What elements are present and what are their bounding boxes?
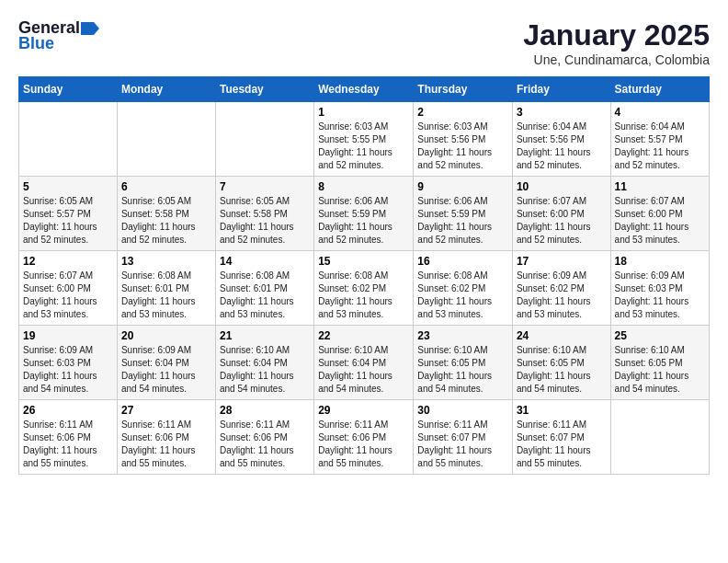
logo: General Blue <box>18 18 100 53</box>
day-info: Sunrise: 6:05 AMSunset: 5:57 PMDaylight:… <box>23 195 113 247</box>
day-number: 15 <box>318 255 409 268</box>
day-number: 3 <box>517 106 607 119</box>
cell-week2-day3: 8Sunrise: 6:06 AMSunset: 5:59 PMDaylight… <box>314 177 414 251</box>
day-info: Sunrise: 6:08 AMSunset: 6:01 PMDaylight:… <box>121 270 211 321</box>
day-number: 18 <box>615 255 705 268</box>
day-number: 29 <box>318 404 409 417</box>
month-title: January 2025 <box>523 18 710 52</box>
header-friday: Friday <box>512 77 610 102</box>
day-info: Sunrise: 6:09 AMSunset: 6:03 PMDaylight:… <box>615 270 705 321</box>
day-info: Sunrise: 6:11 AMSunset: 6:06 PMDaylight:… <box>23 419 113 470</box>
cell-week5-day1: 27Sunrise: 6:11 AMSunset: 6:06 PMDayligh… <box>117 400 215 475</box>
day-info: Sunrise: 6:11 AMSunset: 6:07 PMDaylight:… <box>517 419 607 470</box>
day-info: Sunrise: 6:07 AMSunset: 6:00 PMDaylight:… <box>615 195 705 247</box>
day-number: 28 <box>220 404 310 417</box>
cell-week5-day0: 26Sunrise: 6:11 AMSunset: 6:06 PMDayligh… <box>19 400 118 475</box>
day-number: 8 <box>318 180 409 193</box>
day-info: Sunrise: 6:09 AMSunset: 6:03 PMDaylight:… <box>23 344 113 396</box>
cell-week5-day6 <box>610 400 709 475</box>
header-thursday: Thursday <box>414 77 513 102</box>
cell-week5-day5: 31Sunrise: 6:11 AMSunset: 6:07 PMDayligh… <box>512 400 610 475</box>
day-info: Sunrise: 6:08 AMSunset: 6:02 PMDaylight:… <box>318 270 409 321</box>
cell-week3-day1: 13Sunrise: 6:08 AMSunset: 6:01 PMDayligh… <box>117 251 215 326</box>
day-number: 31 <box>517 404 607 417</box>
day-number: 1 <box>318 106 409 119</box>
logo-icon <box>81 22 99 35</box>
calendar-table: Sunday Monday Tuesday Wednesday Thursday… <box>18 76 710 475</box>
cell-week1-day4: 2Sunrise: 6:03 AMSunset: 5:56 PMDaylight… <box>414 102 513 177</box>
cell-week2-day2: 7Sunrise: 6:05 AMSunset: 5:58 PMDaylight… <box>216 177 314 251</box>
day-info: Sunrise: 6:04 AMSunset: 5:56 PMDaylight:… <box>517 121 607 172</box>
day-number: 14 <box>220 255 310 268</box>
cell-week1-day3: 1Sunrise: 6:03 AMSunset: 5:55 PMDaylight… <box>314 102 414 177</box>
cell-week1-day0 <box>19 102 118 177</box>
day-info: Sunrise: 6:08 AMSunset: 6:02 PMDaylight:… <box>417 270 508 321</box>
day-number: 11 <box>615 180 705 193</box>
day-info: Sunrise: 6:09 AMSunset: 6:04 PMDaylight:… <box>121 344 211 396</box>
cell-week4-day2: 21Sunrise: 6:10 AMSunset: 6:04 PMDayligh… <box>216 326 314 400</box>
day-number: 26 <box>23 404 113 417</box>
cell-week3-day4: 16Sunrise: 6:08 AMSunset: 6:02 PMDayligh… <box>414 251 513 326</box>
day-number: 23 <box>417 329 508 342</box>
header-sunday: Sunday <box>19 77 118 102</box>
day-number: 19 <box>23 329 113 342</box>
cell-week5-day2: 28Sunrise: 6:11 AMSunset: 6:06 PMDayligh… <box>216 400 314 475</box>
day-info: Sunrise: 6:03 AMSunset: 5:56 PMDaylight:… <box>417 121 508 172</box>
day-info: Sunrise: 6:05 AMSunset: 5:58 PMDaylight:… <box>121 195 211 247</box>
day-info: Sunrise: 6:06 AMSunset: 5:59 PMDaylight:… <box>318 195 409 247</box>
day-number: 22 <box>318 329 409 342</box>
day-info: Sunrise: 6:08 AMSunset: 6:01 PMDaylight:… <box>220 270 310 321</box>
day-info: Sunrise: 6:10 AMSunset: 6:05 PMDaylight:… <box>417 344 508 396</box>
day-info: Sunrise: 6:09 AMSunset: 6:02 PMDaylight:… <box>517 270 607 321</box>
cell-week5-day4: 30Sunrise: 6:11 AMSunset: 6:07 PMDayligh… <box>414 400 513 475</box>
cell-week3-day5: 17Sunrise: 6:09 AMSunset: 6:02 PMDayligh… <box>512 251 610 326</box>
day-info: Sunrise: 6:10 AMSunset: 6:05 PMDaylight:… <box>615 344 705 396</box>
day-number: 2 <box>417 106 508 119</box>
week-row-2: 5Sunrise: 6:05 AMSunset: 5:57 PMDaylight… <box>19 177 710 251</box>
day-info: Sunrise: 6:06 AMSunset: 5:59 PMDaylight:… <box>417 195 508 247</box>
header-monday: Monday <box>117 77 215 102</box>
day-info: Sunrise: 6:04 AMSunset: 5:57 PMDaylight:… <box>615 121 705 172</box>
cell-week2-day0: 5Sunrise: 6:05 AMSunset: 5:57 PMDaylight… <box>19 177 118 251</box>
day-info: Sunrise: 6:10 AMSunset: 6:05 PMDaylight:… <box>517 344 607 396</box>
header-wednesday: Wednesday <box>314 77 414 102</box>
cell-week4-day1: 20Sunrise: 6:09 AMSunset: 6:04 PMDayligh… <box>117 326 215 400</box>
day-number: 7 <box>220 180 310 193</box>
day-number: 5 <box>23 180 113 193</box>
cell-week1-day5: 3Sunrise: 6:04 AMSunset: 5:56 PMDaylight… <box>512 102 610 177</box>
day-number: 16 <box>417 255 508 268</box>
cell-week2-day6: 11Sunrise: 6:07 AMSunset: 6:00 PMDayligh… <box>610 177 709 251</box>
day-number: 9 <box>417 180 508 193</box>
day-info: Sunrise: 6:11 AMSunset: 6:06 PMDaylight:… <box>121 419 211 470</box>
cell-week4-day3: 22Sunrise: 6:10 AMSunset: 6:04 PMDayligh… <box>314 326 414 400</box>
day-number: 13 <box>121 255 211 268</box>
cell-week5-day3: 29Sunrise: 6:11 AMSunset: 6:06 PMDayligh… <box>314 400 414 475</box>
cell-week4-day5: 24Sunrise: 6:10 AMSunset: 6:05 PMDayligh… <box>512 326 610 400</box>
day-number: 27 <box>121 404 211 417</box>
day-info: Sunrise: 6:07 AMSunset: 6:00 PMDaylight:… <box>517 195 607 247</box>
day-info: Sunrise: 6:10 AMSunset: 6:04 PMDaylight:… <box>220 344 310 396</box>
cell-week1-day2 <box>216 102 314 177</box>
weekday-header-row: Sunday Monday Tuesday Wednesday Thursday… <box>19 77 710 102</box>
day-number: 6 <box>121 180 211 193</box>
day-number: 21 <box>220 329 310 342</box>
day-info: Sunrise: 6:05 AMSunset: 5:58 PMDaylight:… <box>220 195 310 247</box>
cell-week4-day6: 25Sunrise: 6:10 AMSunset: 6:05 PMDayligh… <box>610 326 709 400</box>
location: Une, Cundinamarca, Colombia <box>523 52 710 67</box>
day-info: Sunrise: 6:10 AMSunset: 6:04 PMDaylight:… <box>318 344 409 396</box>
logo-blue-text: Blue <box>18 34 54 53</box>
day-number: 12 <box>23 255 113 268</box>
cell-week3-day6: 18Sunrise: 6:09 AMSunset: 6:03 PMDayligh… <box>610 251 709 326</box>
day-info: Sunrise: 6:11 AMSunset: 6:07 PMDaylight:… <box>417 419 508 470</box>
week-row-3: 12Sunrise: 6:07 AMSunset: 6:00 PMDayligh… <box>19 251 710 326</box>
day-info: Sunrise: 6:07 AMSunset: 6:00 PMDaylight:… <box>23 270 113 321</box>
day-info: Sunrise: 6:03 AMSunset: 5:55 PMDaylight:… <box>318 121 409 172</box>
week-row-1: 1Sunrise: 6:03 AMSunset: 5:55 PMDaylight… <box>19 102 710 177</box>
cell-week1-day1 <box>117 102 215 177</box>
cell-week3-day2: 14Sunrise: 6:08 AMSunset: 6:01 PMDayligh… <box>216 251 314 326</box>
header-tuesday: Tuesday <box>216 77 314 102</box>
cell-week4-day4: 23Sunrise: 6:10 AMSunset: 6:05 PMDayligh… <box>414 326 513 400</box>
day-info: Sunrise: 6:11 AMSunset: 6:06 PMDaylight:… <box>220 419 310 470</box>
day-number: 20 <box>121 329 211 342</box>
cell-week2-day5: 10Sunrise: 6:07 AMSunset: 6:00 PMDayligh… <box>512 177 610 251</box>
